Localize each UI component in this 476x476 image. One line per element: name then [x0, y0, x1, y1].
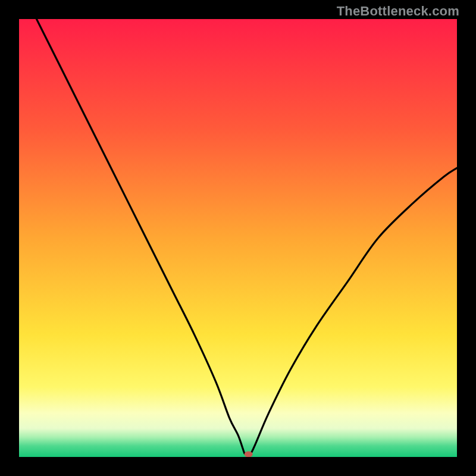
plot-background: [19, 19, 457, 457]
chart-frame: TheBottleneck.com: [0, 0, 476, 476]
gradient-rect: [19, 19, 457, 457]
watermark-text: TheBottleneck.com: [337, 4, 459, 19]
